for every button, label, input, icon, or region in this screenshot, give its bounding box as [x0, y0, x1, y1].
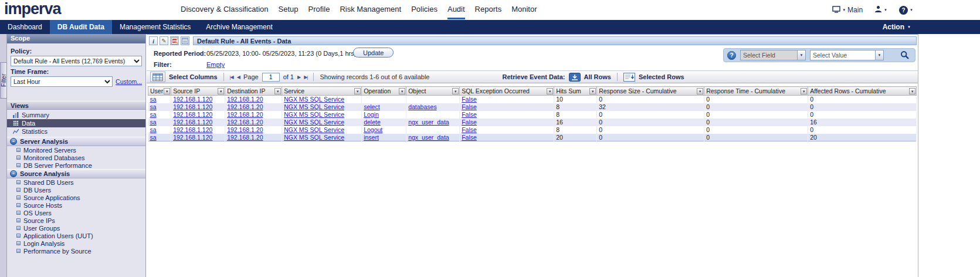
cell-link[interactable]: sa [150, 111, 157, 118]
cell-link[interactable]: sa [150, 126, 157, 133]
sidebar-item-source-applications[interactable]: Source Applications [7, 194, 145, 201]
column-menu-button[interactable]: ▼ [909, 88, 915, 94]
sidebar-item-monitored-servers[interactable]: Monitored Servers [7, 146, 145, 154]
cell-link[interactable]: False [462, 103, 477, 110]
cell-link[interactable]: 192.168.1.120 [173, 111, 212, 118]
cell-link[interactable]: NGX MS SQL Service [284, 96, 344, 103]
search-icon[interactable] [898, 49, 911, 61]
cell-link[interactable]: False [462, 134, 477, 141]
column-menu-button[interactable]: ▼ [589, 88, 596, 94]
main-console-switcher[interactable]: ▼ Main [832, 6, 863, 15]
cell-link[interactable]: 192.168.1.20 [227, 119, 263, 126]
sidebar-item-performance-by-source[interactable]: Performance by Source [7, 247, 145, 255]
column-menu-button[interactable]: ▼ [452, 88, 459, 94]
tab-dashboard[interactable]: Dashboard [0, 20, 50, 34]
nav-risk-management[interactable]: Risk Management [340, 1, 401, 19]
update-button[interactable]: Update [353, 48, 394, 58]
table-row[interactable]: sa192.168.1.120192.168.1.20NGX MS SQL Se… [148, 126, 917, 134]
filter-vertical-tab[interactable]: Filter [0, 62, 7, 99]
select-columns-icon[interactable] [150, 72, 165, 82]
cell-link[interactable]: Logout [364, 126, 382, 133]
cell-link[interactable]: 192.168.1.20 [227, 96, 263, 103]
column-header-hits-sum[interactable]: Hits Sum▼ [554, 87, 597, 96]
column-header-destination-ip[interactable]: Destination IP▼ [225, 87, 282, 96]
cell-link[interactable]: sa [150, 119, 157, 126]
first-page-button[interactable]: |◀ [230, 75, 233, 80]
cell-link[interactable]: 192.168.1.120 [173, 103, 212, 110]
cell-link[interactable]: NGX MS SQL Service [284, 126, 344, 133]
cell-link[interactable]: sa [150, 96, 157, 103]
cell-link[interactable]: 192.168.1.20 [227, 103, 263, 110]
sidebar-item-db-users[interactable]: DB Users [7, 186, 145, 194]
all-rows-label[interactable]: All Rows [584, 73, 611, 80]
download-all-rows-icon[interactable] [569, 73, 581, 82]
sidebar-item-source-hosts[interactable]: Source Hosts [7, 201, 145, 209]
action-menu-button[interactable]: Action ▼ [883, 20, 911, 34]
view-item-summary[interactable]: Summary [7, 111, 145, 119]
column-header-service[interactable]: Service▼ [282, 87, 362, 96]
page-number-input[interactable] [262, 73, 280, 82]
column-menu-button[interactable]: ▼ [547, 88, 553, 94]
prev-page-button[interactable]: ◀ [237, 75, 240, 80]
cell-link[interactable]: 192.168.1.120 [173, 96, 212, 103]
cell-link[interactable]: 192.168.1.120 [173, 134, 212, 141]
column-menu-button[interactable]: ▼ [354, 88, 361, 94]
select-columns-label[interactable]: Select Columns [169, 73, 218, 80]
column-header-sql-exception-occurred[interactable]: SQL Exception Occurred▼ [460, 87, 554, 96]
section-header-source-analysis[interactable]: ≡Source Analysis [7, 169, 145, 178]
cell-link[interactable]: False [462, 119, 477, 126]
cell-link[interactable]: select [364, 103, 379, 110]
view-item-statistics[interactable]: Statistics [7, 127, 145, 136]
column-header-source-ip[interactable]: Source IP▼ [171, 87, 225, 96]
download-selected-rows-icon[interactable] [623, 73, 635, 82]
export-report-icon[interactable] [181, 36, 189, 45]
column-menu-button[interactable]: ▼ [801, 88, 807, 94]
cell-link[interactable]: delete [364, 119, 381, 126]
custom-timeframe-link[interactable]: Custom... [116, 78, 142, 85]
edit-icon[interactable]: ✎ [160, 36, 168, 45]
column-menu-button[interactable]: ▼ [274, 88, 281, 94]
sidebar-item-source-ips[interactable]: Source IPs [7, 217, 145, 224]
tab-db-audit-data[interactable]: DB Audit Data [50, 20, 112, 34]
table-row[interactable]: sa192.168.1.120192.168.1.20NGX MS SQL Se… [148, 134, 917, 141]
sidebar-item-user-groups[interactable]: User Groups [7, 224, 145, 232]
column-menu-button[interactable]: ▼ [218, 88, 224, 94]
cell-link[interactable]: 192.168.1.120 [173, 126, 212, 133]
tab-management-statistics[interactable]: Management Statistics [112, 20, 198, 34]
nav-discovery-classification[interactable]: Discovery & Classification [181, 1, 269, 19]
pdf-export-icon[interactable]: PDF [170, 36, 179, 45]
selected-rows-label[interactable]: Selected Rows [639, 73, 684, 80]
cell-link[interactable]: sa [150, 134, 157, 141]
info-icon[interactable]: i [149, 36, 158, 45]
cell-link[interactable]: ngx_user_data [408, 134, 449, 141]
timeframe-select[interactable]: Last Hour [11, 76, 113, 87]
sidebar-item-application-users-uut[interactable]: Application Users (UUT) [7, 232, 145, 239]
column-menu-button[interactable]: ▼ [399, 88, 405, 94]
column-header-operation[interactable]: Operation▼ [362, 87, 406, 96]
cell-link[interactable]: NGX MS SQL Service [284, 111, 344, 118]
policy-select[interactable]: Default Rule - All Events (12,769 Events… [11, 56, 142, 66]
cell-link[interactable]: Login [364, 111, 379, 118]
nav-reports[interactable]: Reports [475, 1, 502, 19]
select-field-dropdown[interactable]: Select Field ▼ [740, 50, 806, 60]
cell-link[interactable]: 192.168.1.20 [227, 134, 263, 141]
sidebar-item-login-analysis[interactable]: Login Analysis [7, 239, 145, 247]
cell-link[interactable]: databases [408, 103, 436, 110]
table-row[interactable]: sa192.168.1.120192.168.1.20NGX MS SQL Se… [148, 119, 917, 126]
nav-setup[interactable]: Setup [279, 1, 299, 19]
sidebar-item-monitored-databases[interactable]: Monitored Databases [7, 154, 145, 161]
cell-link[interactable]: False [462, 111, 477, 118]
nav-profile[interactable]: Profile [308, 1, 330, 19]
cell-link[interactable]: ngx_user_data [408, 119, 449, 126]
section-header-server-analysis[interactable]: ≡Server Analysis [7, 137, 145, 146]
help-menu[interactable]: ? ▼ [899, 6, 913, 15]
view-item-data[interactable]: Data [7, 119, 145, 127]
column-header-object[interactable]: Object▼ [406, 87, 460, 96]
next-page-button[interactable]: ▶ [297, 75, 300, 80]
cell-link[interactable]: False [462, 96, 477, 103]
cell-link[interactable]: insert [364, 134, 379, 141]
cell-link[interactable]: sa [150, 103, 157, 110]
select-value-dropdown[interactable]: Select Value ▼ [810, 50, 884, 60]
filter-empty-link[interactable]: Empty [206, 61, 225, 68]
sidebar-item-shared-db-users[interactable]: Shared DB Users [7, 178, 145, 186]
